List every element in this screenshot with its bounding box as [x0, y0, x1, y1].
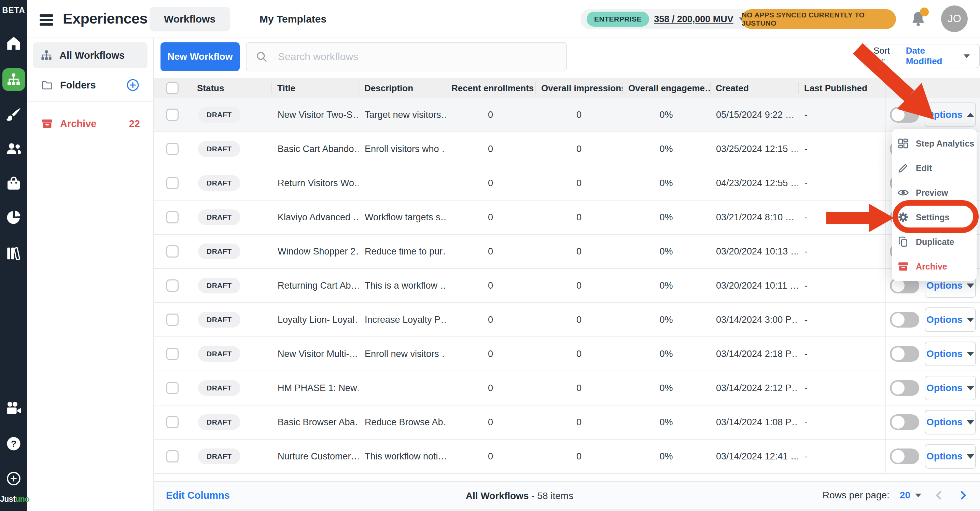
- menu-item-settings[interactable]: Settings: [892, 205, 977, 229]
- row-checkbox[interactable]: [166, 314, 178, 326]
- previous-page-button[interactable]: [932, 489, 946, 502]
- recent-enrollments-value: 0: [445, 235, 535, 268]
- options-button[interactable]: Options: [925, 376, 976, 400]
- new-workflow-button[interactable]: New Workflow: [161, 42, 240, 71]
- commerce-bag-icon[interactable]: [0, 175, 27, 192]
- workflow-title[interactable]: New Visitor Two-S…: [272, 98, 358, 132]
- avatar[interactable]: JO: [941, 5, 968, 32]
- table-row: DRAFTHM PHASE 1: New…000%03/14/2024 2:12…: [154, 371, 980, 406]
- sidebar-item-archive[interactable]: Archive 22: [33, 111, 148, 137]
- rows-per-page-select[interactable]: 20: [900, 490, 922, 501]
- menu-item-preview[interactable]: Preview: [892, 181, 977, 204]
- recent-enrollments-value: 0: [445, 337, 535, 371]
- workflow-title[interactable]: New Visitor Multi-…: [272, 337, 358, 371]
- overall-impressions-value: 0: [535, 235, 622, 268]
- archive-box-icon: [41, 118, 53, 130]
- select-all-checkbox[interactable]: [166, 82, 178, 94]
- last-published-value: -: [798, 371, 885, 405]
- audience-users-icon[interactable]: [0, 140, 27, 158]
- status-badge: DRAFT: [198, 312, 240, 328]
- add-folder-button[interactable]: [126, 78, 140, 92]
- publish-toggle[interactable]: [890, 312, 919, 328]
- design-brush-icon[interactable]: [0, 106, 27, 123]
- publish-toggle[interactable]: [890, 414, 919, 430]
- column-header-last-published: Last Published: [798, 78, 885, 98]
- table-row: DRAFTReturn Visitors Wo…000%04/23/2024 1…: [154, 166, 980, 201]
- workflow-title[interactable]: Basic Cart Abando…: [272, 132, 358, 166]
- menu-item-edit[interactable]: Edit: [892, 156, 977, 180]
- row-checkbox[interactable]: [166, 108, 178, 121]
- options-button[interactable]: Options: [925, 410, 976, 435]
- workflow-description: Reduce Browse Ab…: [358, 406, 445, 439]
- toggle-knob: [892, 450, 905, 463]
- created-date: 03/20/2024 10:11 …: [710, 269, 798, 302]
- overall-impressions-value: 0: [535, 201, 622, 234]
- workflows-icon-active[interactable]: [2, 68, 25, 91]
- workflow-title[interactable]: Returning Cart Ab…: [272, 269, 358, 302]
- overall-engagement-value: 0%: [622, 269, 710, 302]
- sidebar-item-all-workflows[interactable]: All Workflows: [33, 42, 148, 68]
- apps-sync-warning-banner[interactable]: NO APPS SYNCED CURRENTLY TO JUSTUNO: [742, 9, 896, 29]
- home-icon[interactable]: [0, 35, 27, 52]
- row-checkbox[interactable]: [166, 382, 178, 394]
- row-checkbox[interactable]: [166, 245, 178, 258]
- overall-engagement-value: 0%: [622, 371, 710, 405]
- recent-enrollments-value: 0: [445, 166, 535, 200]
- row-checkbox[interactable]: [166, 416, 178, 428]
- publish-toggle[interactable]: [890, 380, 919, 396]
- publish-toggle[interactable]: [890, 346, 919, 362]
- tab-my-templates[interactable]: My Templates: [245, 7, 341, 32]
- notifications-bell-icon[interactable]: [910, 10, 928, 29]
- publish-toggle[interactable]: [890, 449, 919, 464]
- items-summary: All Workflows - 58 items: [154, 490, 885, 501]
- workflow-title[interactable]: Loyalty Lion- Loyal…: [272, 303, 358, 336]
- video-icon[interactable]: [0, 400, 27, 417]
- column-header-overall-impressions: Overall impressions: [535, 78, 622, 98]
- hamburger-menu-icon[interactable]: [40, 14, 53, 25]
- options-button[interactable]: Options: [925, 444, 976, 469]
- workflow-title[interactable]: Window Shopper 2…: [272, 235, 358, 268]
- plan-muv-dropdown[interactable]: ENTERPRISE 358 / 200,000 MUV: [581, 9, 753, 29]
- next-page-button[interactable]: [956, 489, 970, 502]
- overall-impressions-value: 0: [535, 439, 622, 473]
- publish-toggle[interactable]: [890, 107, 919, 123]
- workflow-title[interactable]: Basic Browser Aba…: [272, 406, 358, 439]
- workflow-title[interactable]: Nurture Customer…: [272, 439, 358, 473]
- workflow-title[interactable]: HM PHASE 1: New…: [272, 371, 358, 405]
- column-header-title: Title: [272, 78, 358, 98]
- workflow-description: Target new visitors…: [358, 98, 445, 132]
- workflow-title[interactable]: Return Visitors Wo…: [272, 166, 358, 200]
- menu-item-step-analytics[interactable]: Step Analytics: [892, 132, 977, 155]
- menu-item-duplicate[interactable]: Duplicate: [892, 230, 977, 253]
- analytics-pie-icon[interactable]: [0, 209, 27, 226]
- options-button[interactable]: Options: [925, 102, 976, 127]
- status-badge: DRAFT: [198, 380, 240, 396]
- options-button[interactable]: Options: [925, 342, 976, 366]
- help-icon[interactable]: ?: [0, 435, 27, 452]
- sort-dropdown[interactable]: Sort by: Date Modified: [864, 44, 980, 68]
- row-checkbox[interactable]: [166, 279, 178, 292]
- workflow-description: Increase Loyalty P…: [358, 303, 445, 336]
- row-checkbox[interactable]: [166, 348, 178, 360]
- toggle-knob: [892, 416, 905, 429]
- search-input[interactable]: [246, 42, 567, 72]
- chevron-down-icon: [967, 318, 974, 322]
- tab-workflows[interactable]: Workflows: [150, 7, 230, 32]
- row-checkbox[interactable]: [166, 211, 178, 223]
- workflow-description: Workflow targets s…: [358, 201, 445, 234]
- pencil-icon: [897, 162, 909, 174]
- row-checkbox[interactable]: [166, 177, 178, 189]
- menu-item-archive[interactable]: Archive: [892, 255, 977, 278]
- rows-per-page-label: Rows per page:: [822, 490, 889, 501]
- toggle-knob: [892, 279, 905, 292]
- add-icon[interactable]: [0, 470, 27, 487]
- library-icon[interactable]: [0, 245, 27, 262]
- workflow-title[interactable]: Klaviyo Advanced …: [272, 201, 358, 234]
- chevron-down-icon: [915, 493, 921, 497]
- options-button[interactable]: Options: [925, 307, 976, 332]
- row-checkbox[interactable]: [166, 450, 178, 463]
- created-date: 03/14/2024 2:18 P…: [710, 337, 798, 371]
- row-checkbox[interactable]: [166, 143, 178, 155]
- justuno-experiences-page: BETA ? Justuno: [0, 0, 980, 511]
- sidebar-item-folders[interactable]: Folders: [33, 72, 148, 98]
